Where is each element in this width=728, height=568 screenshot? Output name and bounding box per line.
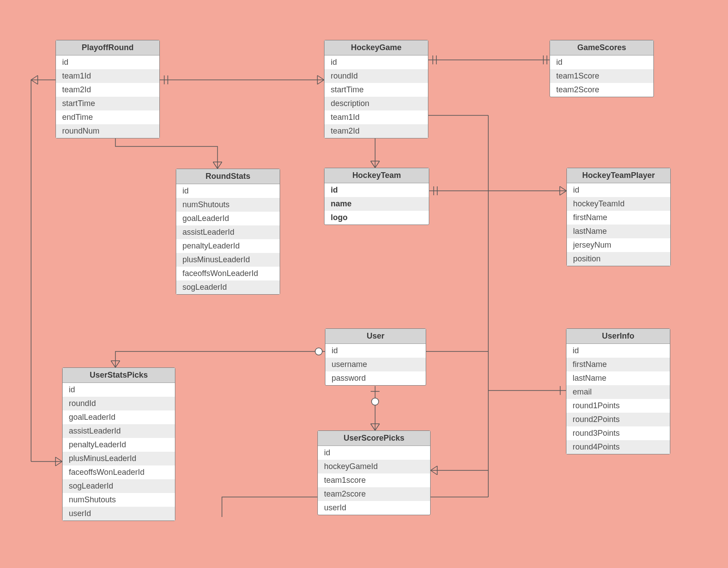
entity-user-info: UserInfo id firstName lastName email rou… — [566, 328, 670, 454]
entity-title: HockeyGame — [324, 40, 428, 55]
entity-title: HockeyTeamPlayer — [567, 168, 670, 183]
entity-field: lastName — [567, 225, 670, 238]
entity-field: numShutouts — [63, 493, 175, 507]
entity-playoff-round: PlayoffRound id team1Id team2Id startTim… — [55, 40, 160, 138]
entity-field: id — [318, 446, 430, 460]
entity-field: userId — [63, 507, 175, 521]
entity-field: endTime — [56, 110, 159, 124]
entity-field: round3Points — [566, 426, 670, 440]
entity-field: startTime — [56, 97, 159, 110]
entity-field: email — [566, 385, 670, 399]
entity-field: lastName — [566, 371, 670, 385]
entity-field: id — [567, 183, 670, 197]
entity-field: description — [324, 97, 428, 110]
entity-title: PlayoffRound — [56, 40, 159, 55]
entity-field: sogLeaderId — [176, 280, 280, 294]
entity-field: team2Id — [56, 83, 159, 97]
entity-field: faceoffsWonLeaderId — [176, 267, 280, 280]
entity-field: id — [63, 383, 175, 397]
entity-field: team2score — [318, 487, 430, 501]
entity-hockey-team-player: HockeyTeamPlayer id hockeyTeamId firstNa… — [566, 168, 671, 266]
entity-field: username — [325, 358, 426, 371]
entity-field: id — [324, 183, 429, 197]
entity-field: goalLeaderId — [176, 212, 280, 225]
entity-field: startTime — [324, 83, 428, 97]
entity-field: sogLeaderId — [63, 479, 175, 493]
entity-user-stats-picks: UserStatsPicks id roundId goalLeaderId a… — [62, 367, 175, 521]
entity-field: roundId — [324, 69, 428, 83]
entity-field: jerseyNum — [567, 238, 670, 252]
entity-field: hockeyTeamId — [567, 197, 670, 211]
entity-field: plusMinusLeaderId — [176, 253, 280, 267]
entity-field: hockeyGameId — [318, 460, 430, 473]
entity-title: UserInfo — [566, 329, 670, 344]
entity-round-stats: RoundStats id numShutouts goalLeaderId a… — [176, 169, 280, 295]
entity-field: team1score — [318, 473, 430, 487]
entity-field: roundNum — [56, 124, 159, 138]
entity-field: penaltyLeaderId — [63, 438, 175, 452]
svg-point-23 — [315, 348, 322, 355]
entity-title: User — [325, 329, 426, 344]
entity-field: faceoffsWonLeaderId — [63, 465, 175, 479]
entity-hockey-team: HockeyTeam id name logo — [324, 168, 429, 225]
entity-title: RoundStats — [176, 169, 280, 184]
entity-title: UserStatsPicks — [63, 368, 175, 383]
entity-title: GameScores — [550, 40, 653, 55]
entity-field: round1Points — [566, 399, 670, 413]
entity-field: firstName — [566, 358, 670, 371]
entity-field: id — [550, 55, 653, 69]
entity-title: UserScorePicks — [318, 431, 430, 446]
entity-hockey-game: HockeyGame id roundId startTime descript… — [324, 40, 428, 138]
entity-field: round2Points — [566, 413, 670, 426]
entity-field: roundId — [63, 397, 175, 410]
entity-field: plusMinusLeaderId — [63, 452, 175, 465]
entity-field: goalLeaderId — [63, 410, 175, 424]
entity-field: id — [325, 344, 426, 358]
entity-field: id — [176, 184, 280, 198]
entity-field: userId — [318, 501, 430, 515]
entity-game-scores: GameScores id team1Score team2Score — [550, 40, 654, 97]
entity-field: team1Id — [324, 110, 428, 124]
entity-field: penaltyLeaderId — [176, 239, 280, 253]
entity-field: firstName — [567, 211, 670, 225]
entity-field: team1Id — [56, 69, 159, 83]
entity-field: team2Id — [324, 124, 428, 138]
entity-user: User id username password — [325, 328, 426, 386]
entity-user-score-picks: UserScorePicks id hockeyGameId team1scor… — [317, 430, 431, 515]
entity-title: HockeyTeam — [324, 168, 429, 183]
entity-field: id — [324, 55, 428, 69]
entity-field: numShutouts — [176, 198, 280, 212]
entity-field: logo — [324, 211, 429, 225]
entity-field: id — [56, 55, 159, 69]
entity-field: name — [324, 197, 429, 211]
entity-field: assistLeaderId — [176, 225, 280, 239]
entity-field: position — [567, 252, 670, 266]
entity-field: round4Points — [566, 440, 670, 454]
entity-field: password — [325, 371, 426, 385]
entity-field: team2Score — [550, 83, 653, 97]
entity-field: id — [566, 344, 670, 358]
entity-field: assistLeaderId — [63, 424, 175, 438]
entity-field: team1Score — [550, 69, 653, 83]
svg-point-26 — [372, 398, 379, 405]
